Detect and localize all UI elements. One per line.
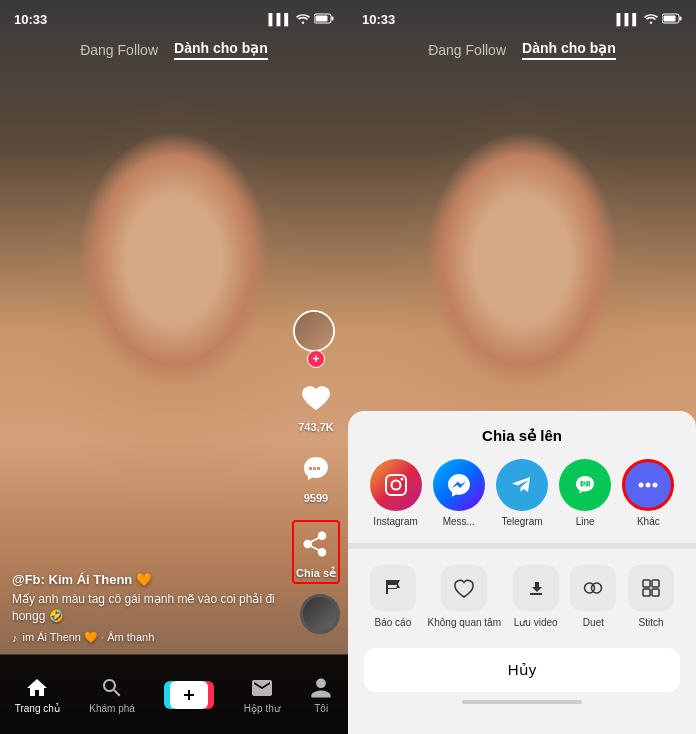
stitch-label: Stitch — [639, 617, 664, 628]
duet-label: Duet — [583, 617, 604, 628]
share-telegram[interactable]: Telegram — [496, 459, 548, 527]
not-interested-label: Không quan tâm — [428, 617, 501, 628]
share-icons-row: Instagram Mess... Telegram — [348, 459, 696, 527]
status-bar-left: 10:33 ▌▌▌ — [0, 0, 348, 32]
save-video-label: Lưu video — [514, 617, 558, 628]
top-nav-right: Đang Follow Dành cho bạn — [348, 32, 696, 68]
status-bar-right: 10:33 ▌▌▌ — [348, 0, 696, 32]
duet-icon — [570, 565, 616, 611]
bottom-overlay-left: @Fb: Kim Ái Thenn 🧡 Mấy anh màu tag cô g… — [12, 572, 293, 644]
instagram-icon — [370, 459, 422, 511]
share-more[interactable]: Khác — [622, 459, 674, 527]
status-icons-right: ▌▌▌ — [617, 12, 682, 26]
add-button-wrap — [164, 681, 214, 709]
nav-home-label: Trang chủ — [15, 703, 60, 714]
avatar-action[interactable]: + — [293, 310, 339, 362]
music-disc — [300, 594, 340, 634]
comment-action[interactable]: 9599 — [296, 449, 336, 504]
line-label: Line — [576, 516, 595, 527]
svg-point-8 — [400, 478, 403, 481]
nav-explore-label: Khám phá — [89, 703, 135, 714]
comment-icon — [296, 449, 336, 489]
more-icon — [622, 459, 674, 511]
follow-plus-btn[interactable]: + — [307, 350, 325, 368]
left-phone-screen: 10:33 ▌▌▌ Đang Follow Dành cho bạn — [0, 0, 348, 734]
right-actions-left: + 743,7K 9599 — [292, 310, 340, 584]
tab-dang-follow-right[interactable]: Đang Follow — [428, 42, 506, 58]
caption-left: Mấy anh màu tag cô gái mạnh mẽ vào coi p… — [12, 591, 293, 625]
tab-danh-cho-ban-right[interactable]: Dành cho bạn — [522, 40, 616, 60]
share-label: Chia sẻ — [296, 567, 336, 580]
svg-rect-2 — [316, 15, 328, 21]
report-icon — [370, 565, 416, 611]
more-label: Khác — [637, 516, 660, 527]
save-video-icon — [513, 565, 559, 611]
music-info-left: ♪ im Ái Thenn 🧡 · Âm thanh — [12, 631, 293, 644]
share-sheet: Chia sẻ lên Instagram — [348, 411, 696, 734]
telegram-label: Telegram — [501, 516, 542, 527]
share-sheet-title: Chia sẻ lên — [348, 427, 696, 445]
line-icon — [559, 459, 611, 511]
tab-danh-cho-ban-left[interactable]: Dành cho bạn — [174, 40, 268, 60]
action-stitch[interactable]: Stitch — [628, 565, 674, 628]
status-icons-left: ▌▌▌ — [269, 12, 334, 26]
action-not-interested[interactable]: Không quan tâm — [428, 565, 501, 628]
nav-inbox-label: Hộp thư — [244, 703, 280, 714]
messenger-label: Mess... — [443, 516, 475, 527]
music-note-icon: ♪ — [12, 632, 18, 644]
svg-rect-1 — [332, 16, 334, 20]
svg-rect-15 — [652, 580, 659, 587]
share-divider — [348, 543, 696, 549]
svg-rect-17 — [652, 589, 659, 596]
telegram-icon — [496, 459, 548, 511]
share-instagram[interactable]: Instagram — [370, 459, 422, 527]
username-left: @Fb: Kim Ái Thenn 🧡 — [12, 572, 293, 587]
share-messenger[interactable]: Mess... — [433, 459, 485, 527]
share-icon — [296, 524, 336, 564]
music-text-left: im Ái Thenn 🧡 · Âm thanh — [23, 631, 155, 644]
time-left: 10:33 — [14, 12, 47, 27]
like-count: 743,7K — [298, 421, 333, 433]
action-row: Báo cáo Không quan tâm Lưu video — [348, 553, 696, 640]
svg-point-13 — [592, 583, 602, 593]
nav-add[interactable] — [164, 681, 214, 709]
avatar — [293, 310, 335, 352]
svg-rect-16 — [643, 589, 650, 596]
svg-rect-14 — [643, 580, 650, 587]
bottom-nav-left: Trang chủ Khám phá Hộp — [0, 654, 348, 734]
nav-home[interactable]: Trang chủ — [15, 676, 60, 714]
like-action[interactable]: 743,7K — [296, 378, 336, 433]
share-line[interactable]: Line — [559, 459, 611, 527]
heart-icon — [296, 378, 336, 418]
action-duet[interactable]: Duet — [570, 565, 616, 628]
svg-rect-4 — [680, 16, 682, 20]
report-label: Báo cáo — [375, 617, 412, 628]
tab-dang-follow-left[interactable]: Đang Follow — [80, 42, 158, 58]
top-nav-left: Đang Follow Dành cho bạn — [0, 32, 348, 68]
wifi-icon — [296, 12, 310, 26]
action-save-video[interactable]: Lưu video — [513, 565, 559, 628]
svg-point-9 — [639, 483, 644, 488]
wifi-icon-right — [644, 12, 658, 26]
right-phone-screen: 10:33 ▌▌▌ Đang Follow Dành cho bạn — [348, 0, 696, 734]
action-report[interactable]: Báo cáo — [370, 565, 416, 628]
instagram-label: Instagram — [373, 516, 417, 527]
stitch-icon — [628, 565, 674, 611]
share-action[interactable]: Chia sẻ — [292, 520, 340, 584]
signal-icon-right: ▌▌▌ — [617, 13, 640, 25]
battery-icon-right — [662, 13, 682, 26]
battery-icon — [314, 13, 334, 26]
nav-explore[interactable]: Khám phá — [89, 676, 135, 714]
home-indicator-bar — [462, 700, 582, 704]
svg-rect-5 — [664, 15, 676, 21]
nav-inbox[interactable]: Hộp thư — [244, 676, 280, 714]
svg-point-11 — [653, 483, 658, 488]
time-right: 10:33 — [362, 12, 395, 27]
svg-point-10 — [646, 483, 651, 488]
cancel-button[interactable]: Hủy — [364, 648, 680, 692]
not-interested-icon — [441, 565, 487, 611]
add-btn-center — [170, 681, 208, 709]
nav-profile-label: Tôi — [314, 703, 328, 714]
home-indicator — [348, 700, 696, 704]
nav-profile[interactable]: Tôi — [309, 676, 333, 714]
